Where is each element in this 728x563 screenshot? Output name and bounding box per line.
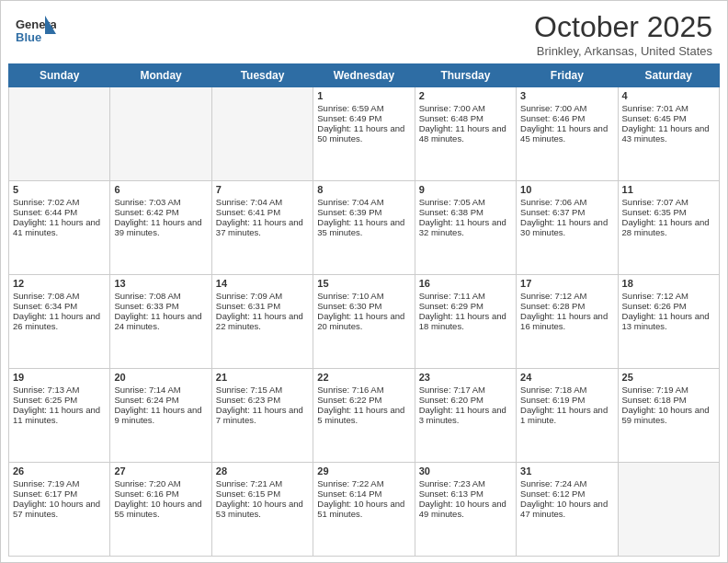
day-info: Daylight: 10 hours and 57 minutes.	[13, 499, 106, 519]
calendar-cell	[9, 87, 110, 181]
calendar-cell: 20Sunrise: 7:14 AMSunset: 6:24 PMDayligh…	[110, 369, 211, 463]
day-number: 23	[419, 372, 512, 383]
day-info: Sunset: 6:17 PM	[13, 488, 106, 499]
calendar-cell: 30Sunrise: 7:23 AMSunset: 6:13 PMDayligh…	[415, 463, 516, 557]
day-number: 8	[317, 184, 410, 195]
day-info: Sunrise: 7:18 AM	[520, 385, 613, 395]
day-info: Sunrise: 7:12 AM	[520, 291, 613, 301]
header-tuesday: Tuesday	[211, 64, 313, 87]
calendar-cell: 14Sunrise: 7:09 AMSunset: 6:31 PMDayligh…	[211, 275, 313, 369]
day-info: Sunset: 6:20 PM	[419, 395, 512, 405]
svg-text:Blue: Blue	[16, 30, 41, 44]
day-info: Daylight: 11 hours and 13 minutes.	[622, 311, 715, 331]
page: General Blue October 2025 Brinkley, Arka…	[0, 0, 728, 563]
day-info: Daylight: 11 hours and 16 minutes.	[520, 311, 613, 331]
day-info: Daylight: 11 hours and 1 minute.	[520, 405, 613, 425]
header-saturday: Saturday	[618, 64, 719, 87]
day-info: Sunrise: 7:17 AM	[419, 385, 512, 395]
calendar-week-4: 26Sunrise: 7:19 AMSunset: 6:17 PMDayligh…	[9, 463, 720, 557]
day-info: Sunset: 6:23 PM	[216, 395, 309, 405]
calendar-cell: 28Sunrise: 7:21 AMSunset: 6:15 PMDayligh…	[211, 463, 313, 557]
calendar-cell: 31Sunrise: 7:24 AMSunset: 6:12 PMDayligh…	[517, 463, 618, 557]
day-info: Sunset: 6:19 PM	[520, 395, 613, 405]
day-number: 14	[216, 278, 309, 289]
day-info: Sunrise: 7:00 AM	[520, 103, 613, 113]
calendar-cell	[110, 87, 211, 181]
day-info: Sunrise: 7:01 AM	[622, 103, 715, 113]
title-section: October 2025 Brinkley, Arkansas, United …	[534, 10, 712, 58]
day-info: Sunset: 6:22 PM	[317, 395, 410, 405]
day-number: 1	[317, 90, 410, 101]
day-info: Sunrise: 7:16 AM	[317, 385, 410, 395]
day-info: Sunset: 6:31 PM	[216, 301, 309, 311]
day-info: Sunrise: 7:13 AM	[13, 385, 106, 395]
day-info: Sunrise: 7:24 AM	[520, 478, 613, 488]
day-info: Sunrise: 7:06 AM	[520, 197, 613, 207]
day-number: 2	[419, 90, 512, 101]
calendar-cell: 6Sunrise: 7:03 AMSunset: 6:42 PMDaylight…	[110, 181, 211, 275]
day-info: Daylight: 11 hours and 48 minutes.	[419, 123, 512, 144]
day-number: 20	[114, 372, 207, 383]
day-info: Daylight: 11 hours and 3 minutes.	[419, 405, 512, 425]
day-number: 10	[520, 184, 613, 195]
day-info: Daylight: 11 hours and 7 minutes.	[216, 405, 309, 425]
header-wednesday: Wednesday	[313, 64, 415, 87]
calendar-cell	[618, 463, 719, 557]
day-info: Sunset: 6:14 PM	[317, 488, 410, 499]
day-info: Sunset: 6:16 PM	[114, 488, 207, 499]
day-number: 9	[419, 184, 512, 195]
calendar-cell: 8Sunrise: 7:04 AMSunset: 6:39 PMDaylight…	[313, 181, 415, 275]
calendar-cell: 25Sunrise: 7:19 AMSunset: 6:18 PMDayligh…	[618, 369, 719, 463]
day-info: Sunset: 6:24 PM	[114, 395, 207, 405]
day-number: 4	[622, 90, 715, 101]
day-info: Daylight: 11 hours and 26 minutes.	[13, 311, 106, 331]
day-info: Sunrise: 7:23 AM	[419, 478, 512, 488]
day-info: Daylight: 11 hours and 43 minutes.	[622, 123, 715, 144]
day-number: 19	[13, 372, 106, 383]
day-number: 18	[622, 278, 715, 289]
day-info: Daylight: 11 hours and 9 minutes.	[114, 405, 207, 425]
day-info: Sunset: 6:37 PM	[520, 207, 613, 217]
day-number: 21	[216, 372, 309, 383]
day-info: Sunset: 6:15 PM	[216, 488, 309, 499]
day-number: 24	[520, 372, 613, 383]
calendar-cell: 16Sunrise: 7:11 AMSunset: 6:29 PMDayligh…	[415, 275, 516, 369]
header-thursday: Thursday	[415, 64, 516, 87]
day-info: Sunset: 6:48 PM	[419, 113, 512, 123]
day-info: Sunrise: 7:14 AM	[114, 385, 207, 395]
calendar-week-1: 5Sunrise: 7:02 AMSunset: 6:44 PMDaylight…	[9, 181, 720, 275]
location: Brinkley, Arkansas, United States	[534, 44, 712, 58]
day-info: Daylight: 11 hours and 41 minutes.	[13, 217, 106, 237]
day-info: Daylight: 11 hours and 39 minutes.	[114, 217, 207, 237]
day-number: 12	[13, 278, 106, 289]
day-info: Daylight: 10 hours and 53 minutes.	[216, 499, 309, 519]
day-info: Sunrise: 7:15 AM	[216, 385, 309, 395]
calendar-cell: 22Sunrise: 7:16 AMSunset: 6:22 PMDayligh…	[313, 369, 415, 463]
calendar-week-0: 1Sunrise: 6:59 AMSunset: 6:49 PMDaylight…	[9, 87, 720, 181]
day-info: Sunset: 6:41 PM	[216, 207, 309, 217]
day-number: 25	[622, 372, 715, 383]
day-info: Sunset: 6:25 PM	[13, 395, 106, 405]
day-info: Sunrise: 7:05 AM	[419, 197, 512, 207]
calendar-cell: 1Sunrise: 6:59 AMSunset: 6:49 PMDaylight…	[313, 87, 415, 181]
day-info: Daylight: 11 hours and 28 minutes.	[622, 217, 715, 237]
day-info: Daylight: 11 hours and 20 minutes.	[317, 311, 410, 331]
day-info: Sunset: 6:45 PM	[622, 113, 715, 123]
day-number: 27	[114, 465, 207, 477]
header-monday: Monday	[110, 64, 211, 87]
day-number: 17	[520, 278, 613, 289]
day-info: Daylight: 10 hours and 49 minutes.	[419, 499, 512, 519]
day-info: Sunset: 6:38 PM	[419, 207, 512, 217]
day-info: Daylight: 11 hours and 35 minutes.	[317, 217, 410, 237]
day-info: Sunset: 6:42 PM	[114, 207, 207, 217]
calendar: Sunday Monday Tuesday Wednesday Thursday…	[1, 63, 727, 562]
day-info: Sunrise: 7:19 AM	[622, 385, 715, 395]
day-info: Sunrise: 7:20 AM	[114, 478, 207, 488]
day-info: Sunrise: 7:11 AM	[419, 291, 512, 301]
header-friday: Friday	[517, 64, 618, 87]
day-info: Sunset: 6:44 PM	[13, 207, 106, 217]
day-info: Sunrise: 7:02 AM	[13, 197, 106, 207]
logo: General Blue	[16, 14, 56, 52]
header: General Blue October 2025 Brinkley, Arka…	[1, 1, 727, 63]
day-info: Sunset: 6:12 PM	[520, 488, 613, 499]
